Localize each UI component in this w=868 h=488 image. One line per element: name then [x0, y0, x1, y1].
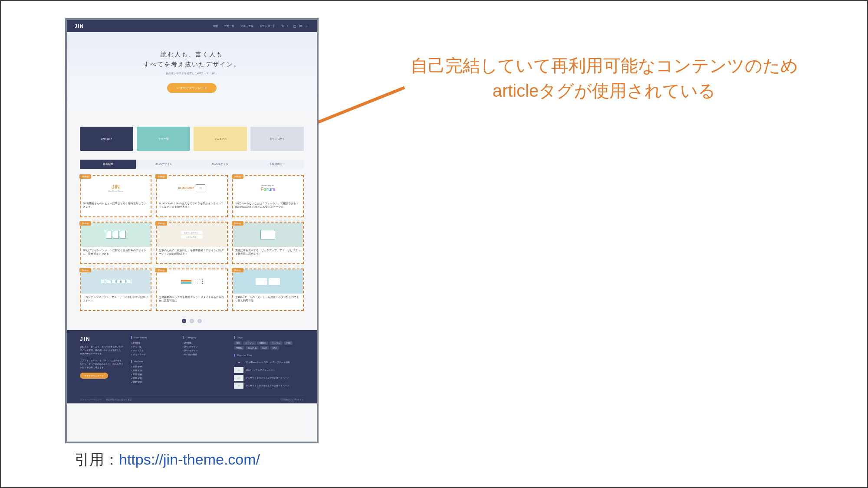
- pagination: 12›: [67, 315, 317, 330]
- footer-right-col: Tags JINデザインDEMOサンプルCSSHTMLSAMPLESEOAAA …: [234, 336, 304, 390]
- footer-tag[interactable]: デザイン: [243, 341, 256, 345]
- footer-desc: 読む人も、書く人も、すべてを考え抜いたデザインを実現。真の使いやすさを追求したW…: [80, 345, 123, 355]
- footer-tag[interactable]: CSS: [284, 341, 293, 345]
- footer-heading: Category: [183, 336, 226, 339]
- footer-link[interactable]: プライバシーポリシー: [80, 398, 102, 401]
- card-badge: Pickup: [232, 174, 243, 179]
- instagram-icon[interactable]: ◻: [293, 24, 297, 28]
- social-icons: 𝕏 f ◻ ✉ ⌕: [281, 24, 309, 28]
- pager-item[interactable]: 1: [182, 319, 186, 323]
- footer-menu-item[interactable]: ダウンロード: [131, 353, 174, 356]
- article-grid: PickupJINWordPress ThemeJIN利用者さんのレビュー記事ま…: [67, 169, 317, 315]
- article-card[interactable]: Pickup全160パターンの「見出し」を用意！ボタンひとつで切り替え利用可能: [232, 269, 304, 311]
- contact-icon[interactable]: ✉: [299, 24, 303, 28]
- footer-tag[interactable]: JIN: [234, 341, 242, 345]
- article-title: 全20種類のボックスを用意！カラーやタイトルも自由自在に設定可能に: [157, 294, 227, 310]
- footer-tag[interactable]: サンプル: [270, 341, 283, 345]
- feature-card[interactable]: マニュアル: [194, 127, 247, 151]
- annotation-line2: articleタグが使用されている: [370, 78, 838, 103]
- nav-item[interactable]: マニュアル: [240, 24, 253, 28]
- footer-archive-item[interactable]: 2017年8月: [131, 381, 174, 383]
- footer-archive-item[interactable]: 2018年4月: [131, 373, 174, 376]
- article-card[interactable]: PickupJINはデザインインポートに対応！自分好みのデザインに「着せ替え」で…: [80, 222, 151, 264]
- footer-tag[interactable]: AAA: [270, 346, 279, 350]
- citation: 引用：https://jin-theme.com/: [75, 450, 260, 470]
- citation-link[interactable]: https://jin-theme.com/: [119, 451, 260, 468]
- site-header: JIN 特徴 デモ一覧 マニュアル ダウンロード 𝕏 f ◻ ✉ ⌕: [67, 20, 317, 32]
- card-badge: Pickup: [79, 268, 91, 272]
- copyright: ©2018-2021 JIN-サイト: [281, 398, 304, 401]
- footer-cat-item[interactable]: JINのエディタ: [183, 349, 226, 352]
- footer-cat-col: Category JIN特徴JINのデザインJINのエディタその他の機能: [183, 336, 226, 390]
- nav-item[interactable]: デモ一覧: [224, 24, 234, 28]
- pager-item[interactable]: ›: [197, 319, 202, 323]
- nav-item[interactable]: ダウンロード: [260, 24, 275, 28]
- footer-cta-button[interactable]: 今すぐダウンロード: [80, 373, 108, 379]
- footer-heading: Archive: [131, 360, 174, 363]
- footer-cat-item[interactable]: JINのデザイン: [183, 345, 226, 348]
- content-tabs: 新着記事JINのデザインJINのエディタ初級者向け: [67, 155, 317, 169]
- feature-card[interactable]: デモ一覧: [137, 127, 190, 151]
- footer-menu-item[interactable]: マニュアル: [131, 349, 174, 352]
- article-title: 重要記事を表示する「ピックアップ」でユーザビリティを最大限に高めよう！: [233, 247, 303, 263]
- popular-post-item[interactable]: JINデモサイト１のスタイルダウンロードページ: [234, 375, 304, 381]
- card-badge: Pickup: [79, 174, 91, 179]
- article-card[interactable]: Pickup吹き出しも作れる！カスタム可能！記事のための「吹き出し」を標準搭載！…: [156, 222, 227, 264]
- popular-title: デモサイト２のスタイルダウンロードページ: [246, 384, 304, 387]
- site-logo[interactable]: JIN: [75, 24, 84, 29]
- footer-archive-item[interactable]: 2018年5月: [131, 369, 174, 372]
- popular-post-item[interactable]: JINWordPressテーマ「JIN」のアップデート情報: [234, 359, 304, 365]
- footer-cat-item[interactable]: JIN特徴: [183, 341, 226, 344]
- footer-link[interactable]: 特定商取引法に基づく表記: [106, 398, 132, 401]
- hero-cta-button[interactable]: いますぐダウンロード: [167, 83, 217, 93]
- article-title: 「コンテンツマガジン」でユーザー回遊しやすい記事リストへ！: [81, 294, 151, 310]
- article-title: 全160パターンの「見出し」を用意！ボタンひとつで切り替え利用可能: [233, 294, 303, 310]
- article-title: 記事のための「吹き出し」を標準搭載！デザインバリエーションは10種類以上！: [157, 247, 227, 263]
- feature-card[interactable]: JINとは？: [80, 127, 133, 151]
- tab[interactable]: 新着記事: [80, 160, 136, 169]
- nav-item[interactable]: 特徴: [213, 24, 218, 28]
- footer-tag[interactable]: SAMPLE: [246, 346, 259, 350]
- footer-desc: 「アフィリエイト」と「SEO」には学をもちがち、すべて詰め込みました。売れるサイ…: [80, 359, 123, 369]
- search-icon[interactable]: ⌕: [306, 24, 309, 28]
- hero-line2: すべてを考え抜いたデザイン。: [143, 59, 240, 69]
- hero-section: 読む人も、書く人も すべてを考え抜いたデザイン。 真の使いやすさを追求したWPテ…: [67, 32, 317, 110]
- popular-post-item[interactable]: JINJINオリジナルアイコンリスト: [234, 367, 304, 373]
- feature-card[interactable]: ダウンロード: [250, 127, 304, 151]
- annotation-line1: 自己完結していて再利用可能なコンテンツのため: [370, 53, 838, 78]
- card-badge: Pickup: [155, 174, 167, 179]
- article-card[interactable]: Pickup重要記事を表示する「ピックアップ」でユーザビリティを最大限に高めよう…: [232, 222, 304, 264]
- article-card[interactable]: PickupJINWordPress ThemeJIN利用者さんのレビュー記事ま…: [80, 175, 151, 217]
- card-badge: Pickup: [232, 221, 243, 226]
- tab[interactable]: JINのデザイン: [136, 160, 192, 169]
- article-card[interactable]: Pickup全20種類のボックスを用意！カラーやタイトルも自由自在に設定可能に: [156, 269, 227, 311]
- popular-thumb: JIN: [234, 375, 243, 381]
- pager-item[interactable]: 2: [190, 319, 194, 323]
- article-card[interactable]: PickupPowered by JINForumJINでわからないことは「フォ…: [232, 175, 304, 217]
- article-title: JIN利用者さんのレビュー記事まとめ｜随時追加していきます。: [81, 200, 151, 216]
- footer-archive-item[interactable]: 2018年3月: [131, 377, 174, 380]
- website-screenshot: JIN 特徴 デモ一覧 マニュアル ダウンロード 𝕏 f ◻ ✉ ⌕ 読む人も、…: [65, 18, 319, 443]
- card-badge: Pickup: [79, 221, 91, 226]
- popular-post-item[interactable]: JINデモサイト２のスタイルダウンロードページ: [234, 383, 304, 389]
- facebook-icon[interactable]: f: [287, 24, 291, 28]
- popular-thumb: JIN: [234, 367, 243, 373]
- citation-label: 引用：: [75, 451, 119, 468]
- footer-heading: Popular Post: [234, 354, 304, 357]
- tab[interactable]: JINのエディタ: [192, 160, 248, 169]
- footer-tag[interactable]: HTML: [234, 346, 244, 350]
- footer-menu-item[interactable]: JIN特徴: [131, 341, 174, 344]
- footer-logo: JIN: [80, 336, 123, 342]
- footer-cat-item[interactable]: その他の機能: [183, 353, 226, 356]
- footer-tag[interactable]: DEMO: [257, 341, 268, 345]
- article-title: BLOG CAMP｜JINのみんなでブログを学ぶオンラインコミュニティに参加でき…: [157, 200, 227, 216]
- footer-archive-item[interactable]: 2019年6月: [131, 365, 174, 368]
- article-card[interactable]: Pickup「コンテンツマガジン」でユーザー回遊しやすい記事リストへ！: [80, 269, 151, 311]
- twitter-icon[interactable]: 𝕏: [281, 24, 285, 28]
- footer-bar: プライバシーポリシー 特定商取引法に基づく表記 ©2018-2021 JIN-サ…: [80, 396, 304, 403]
- article-card[interactable]: PickupBLOG CAMPJINBLOG CAMP｜JINのみんなでブログを…: [156, 175, 227, 217]
- footer-tag[interactable]: SEO: [260, 346, 269, 350]
- footer-menu-item[interactable]: デモ一覧: [131, 345, 174, 348]
- footer-menu-col: Navi Menu JIN特徴デモ一覧マニュアルダウンロード Archive 2…: [131, 336, 174, 390]
- tab[interactable]: 初級者向け: [248, 160, 304, 169]
